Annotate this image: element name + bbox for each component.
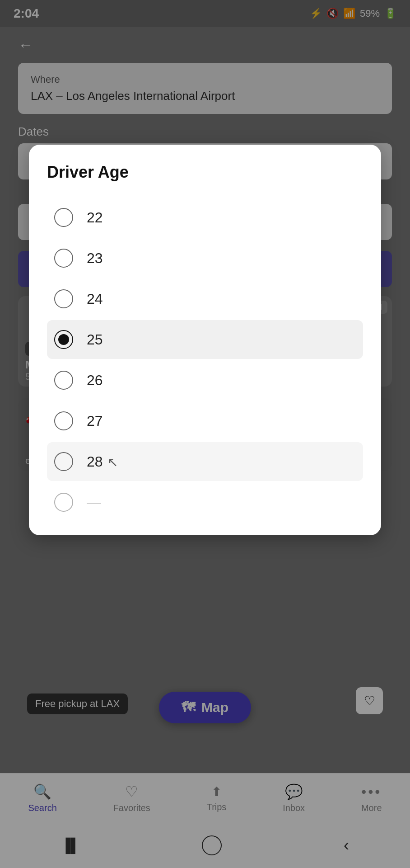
age-option-25[interactable]: 25 (47, 320, 363, 359)
radio-28 (54, 452, 73, 471)
age-label-29-partial: — (87, 494, 101, 511)
radio-25 (54, 330, 73, 349)
modal-title: Driver Age (47, 163, 363, 182)
age-option-27[interactable]: 27 (47, 401, 363, 440)
age-option-29-partial[interactable]: — (47, 483, 363, 522)
age-option-23[interactable]: 23 (47, 239, 363, 278)
radio-24 (54, 289, 73, 308)
radio-27 (54, 411, 73, 430)
age-label-25: 25 (87, 331, 103, 348)
radio-26 (54, 371, 73, 390)
modal-overlay[interactable]: Driver Age 22 23 24 25 26 27 (0, 0, 410, 868)
driver-age-modal: Driver Age 22 23 24 25 26 27 (29, 145, 381, 535)
age-label-24: 24 (87, 291, 103, 307)
age-label-28: 28↖ (87, 453, 118, 470)
age-label-27: 27 (87, 413, 103, 429)
age-label-26: 26 (87, 372, 103, 389)
age-label-23: 23 (87, 250, 103, 267)
age-option-22[interactable]: 22 (47, 198, 363, 237)
age-option-26[interactable]: 26 (47, 361, 363, 400)
radio-23 (54, 249, 73, 268)
radio-22 (54, 208, 73, 227)
age-option-24[interactable]: 24 (47, 279, 363, 318)
radio-29-partial (54, 493, 73, 512)
age-label-22: 22 (87, 209, 103, 226)
age-option-28[interactable]: 28↖ (47, 442, 363, 481)
cursor-indicator: ↖ (107, 455, 118, 470)
